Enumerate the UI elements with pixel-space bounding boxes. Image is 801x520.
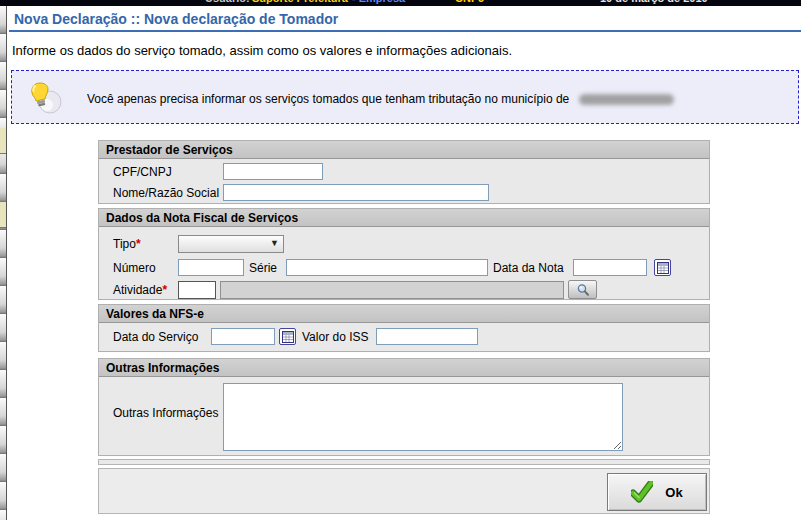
- tipo-label-text: Tipo: [113, 237, 136, 251]
- intro-text: Informe os dados do serviço tomado, assi…: [12, 43, 512, 58]
- serie-label: Série: [249, 260, 277, 277]
- screen: Usuário: Suporte Prefeitura - Empresa CN…: [0, 0, 801, 520]
- serie-input[interactable]: [286, 259, 488, 276]
- atividade-search-button[interactable]: [568, 280, 597, 299]
- section-prestador: Prestador de Serviços CPF/CNPJ Nome/Razã…: [98, 140, 710, 204]
- data-nota-label: Data da Nota: [493, 260, 564, 277]
- atividade-input[interactable]: [178, 281, 216, 299]
- cpf-cnpj-input[interactable]: [223, 163, 323, 180]
- left-menu-highlight-item: [0, 128, 6, 154]
- tipo-select[interactable]: [178, 235, 284, 253]
- outras-informacoes-textarea[interactable]: [223, 383, 623, 451]
- valor-iss-input[interactable]: [376, 328, 478, 345]
- title-divider: [9, 30, 801, 32]
- section-outras: Outras Informações Outras Informações: [98, 358, 710, 456]
- left-menu-edge: [0, 6, 7, 520]
- tipo-select-wrap: ▼: [178, 235, 284, 253]
- numero-label: Número: [113, 260, 156, 277]
- topbar-company-label: - Empresa: [352, 0, 405, 4]
- lightbulb-icon: [28, 80, 64, 116]
- form-footer-divider: [98, 459, 710, 465]
- nome-razao-label: Nome/Razão Social: [113, 185, 219, 202]
- data-nota-input[interactable]: [573, 259, 647, 276]
- topbar-user-label: Usuário:: [205, 0, 250, 4]
- page-title: Nova Declaração :: Nova declaração de To…: [14, 11, 338, 27]
- left-menu-highlight-item: [0, 202, 6, 228]
- tipo-label: Tipo*: [113, 236, 141, 253]
- section-valores: Valores da NFS-e Data do Serviço Valor d…: [98, 304, 710, 352]
- notice-box: Você apenas precisa informar os serviços…: [11, 70, 799, 124]
- data-servico-calendar-button[interactable]: [279, 328, 296, 345]
- topbar-cnpj-label: CNPJ: [455, 0, 484, 4]
- nome-razao-input[interactable]: [223, 184, 489, 201]
- cpf-cnpj-label: CPF/CNPJ: [113, 164, 172, 181]
- redacted-municipality: [579, 94, 674, 105]
- section-nota-fiscal-title: Dados da Nota Fiscal de Serviços: [99, 209, 709, 227]
- notice-text-content: Você apenas precisa informar os serviços…: [87, 92, 569, 106]
- section-outras-title: Outras Informações: [99, 359, 709, 377]
- valor-iss-label: Valor do ISS: [302, 329, 368, 346]
- data-servico-label: Data do Serviço: [113, 329, 198, 346]
- ok-button[interactable]: Ok: [607, 473, 707, 511]
- button-bar: Ok: [98, 468, 710, 514]
- section-nota-fiscal: Dados da Nota Fiscal de Serviços Tipo* ▼…: [98, 208, 710, 300]
- topbar-date: 10 de março de 2010: [600, 0, 708, 4]
- atividade-label-text: Atividade: [113, 283, 162, 297]
- section-valores-title: Valores da NFS-e: [99, 305, 709, 323]
- numero-input[interactable]: [178, 259, 244, 276]
- top-header-bar: Usuário: Suporte Prefeitura - Empresa CN…: [0, 0, 801, 6]
- outras-informacoes-label: Outras Informações: [113, 405, 218, 422]
- atividade-descricao-field: [220, 281, 564, 299]
- notice-text: Você apenas precisa informar os serviços…: [87, 92, 674, 106]
- calendar-icon: [657, 262, 669, 274]
- atividade-required-marker: *: [162, 283, 167, 297]
- data-nota-calendar-button[interactable]: [654, 259, 671, 276]
- topbar-user-name: Suporte Prefeitura: [252, 0, 348, 4]
- data-servico-input[interactable]: [211, 328, 275, 345]
- ok-button-label: Ok: [665, 485, 682, 500]
- tipo-required-marker: *: [136, 237, 141, 251]
- search-icon: [576, 283, 590, 297]
- calendar-icon: [282, 331, 294, 343]
- check-icon: [631, 481, 653, 503]
- atividade-label: Atividade*: [113, 282, 167, 299]
- section-prestador-title: Prestador de Serviços: [99, 141, 709, 159]
